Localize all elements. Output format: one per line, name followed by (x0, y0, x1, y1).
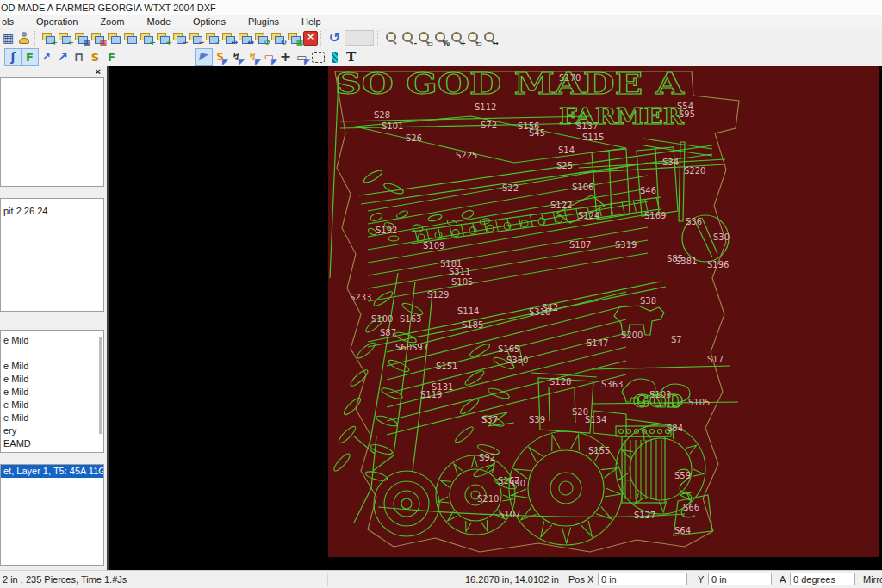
path-edit-icon[interactable]: ʃ (5, 49, 22, 65)
menu-ols[interactable]: ols (0, 16, 22, 27)
part-label: S200 (621, 331, 643, 340)
close-icon[interactable]: × (96, 66, 101, 77)
tool-list-item[interactable]: e Mild (1, 334, 103, 347)
art-title-line1: SO GOD MADE A (335, 66, 685, 101)
part-label: S34 (662, 158, 679, 167)
part-label: S100 (371, 314, 393, 324)
toolbar-separator (34, 31, 39, 46)
rotate-cw-part-icon[interactable]: ↻ (270, 30, 286, 46)
part-label: S17 (707, 355, 724, 364)
tool-list-item[interactable]: EAMD (1, 437, 103, 450)
part-label: S363 (601, 380, 623, 389)
part-label: S156 (518, 121, 539, 131)
part-outline-icon[interactable]: F (103, 49, 120, 65)
menu-operation[interactable]: Operation (34, 16, 86, 27)
zoom-window-icon[interactable]: ▭ (416, 30, 432, 46)
zoom-in-icon[interactable]: + (449, 30, 465, 46)
part-label: S151 (436, 362, 457, 371)
tool-list-item[interactable]: e Mild (1, 412, 103, 424)
zoom-sheet-icon[interactable]: ▭ (465, 30, 481, 46)
tool-list-item[interactable] (1, 347, 103, 360)
select-icon[interactable]: ◤ (196, 49, 212, 65)
part-label: S129 (427, 290, 449, 300)
move-arrow-icon[interactable]: ↗ (38, 49, 54, 65)
lasso-select-icon[interactable] (310, 49, 326, 65)
part-table-icon[interactable]: ▦ (286, 30, 302, 46)
menu-zoom[interactable]: Zoom (98, 16, 133, 27)
tool-list-item[interactable]: e Mild (1, 399, 103, 412)
tool-list-item[interactable]: e Mild (1, 360, 103, 373)
part-label: S163 (400, 314, 421, 324)
menu-plugins[interactable]: Plugins (246, 16, 288, 27)
user-icon[interactable] (16, 30, 33, 46)
copy-part-icon[interactable]: ▦ (73, 30, 90, 46)
drawing-canvas[interactable]: S170S112S72S101S28S26S225S45S156S137S115… (109, 66, 882, 570)
zoom-icon[interactable] (383, 30, 400, 46)
tool-list-item[interactable]: e Mild (1, 386, 103, 399)
a-field[interactable]: 0 degrees (790, 573, 855, 585)
part-label: S66 (683, 503, 699, 512)
duplicate-part-icon[interactable] (106, 30, 122, 46)
rotate-ccw-part-icon[interactable]: ↺ (253, 30, 270, 46)
part-label: S25 (556, 161, 573, 170)
left-panel: × pit 2.26.24 e Milde Milde Milde Milde … (0, 66, 109, 570)
select-region-icon[interactable]: ▭◤ (261, 49, 277, 65)
part-label: S225 (456, 151, 477, 160)
pan-move-icon[interactable]: + (277, 49, 294, 65)
delete-part-icon[interactable]: × (302, 30, 319, 46)
tool-list-item[interactable]: e Mild (1, 373, 103, 386)
sequence-icon[interactable]: S (87, 49, 103, 65)
y-field[interactable]: 0 in (708, 573, 772, 585)
nest-up-icon[interactable]: ↔ (220, 30, 237, 46)
menu-help[interactable]: Help (300, 16, 330, 27)
select-speed-icon[interactable]: ↯◤ (228, 49, 245, 65)
zoom-out-icon[interactable]: - (400, 30, 416, 46)
part-label: S311 (449, 267, 470, 276)
paste-part-icon[interactable]: ▦ (90, 30, 106, 46)
part-properties-icon[interactable]: F (22, 49, 38, 65)
spreadsheet-icon[interactable]: ▦ (0, 30, 16, 46)
menu-options[interactable]: Options (191, 16, 234, 27)
text-tool-icon[interactable]: T (343, 49, 359, 65)
machine-icon[interactable]: ⊓ (71, 49, 87, 65)
zoom-extents-icon[interactable]: ↔ (481, 30, 498, 46)
part-label: S187 (569, 240, 591, 250)
select-sequence-icon[interactable]: S◤ (212, 49, 228, 65)
add-part-icon[interactable]: + (40, 30, 57, 46)
remove-part-icon[interactable]: − (171, 30, 188, 46)
a-label: A (780, 574, 786, 585)
status-separator (327, 573, 328, 586)
toolbar-main: ▦++▦▦++−−✓↔↔↺↻▦×↺-▭%+▭↔ (0, 28, 882, 47)
menu-mode[interactable]: Mode (146, 16, 180, 27)
marquee-select-icon[interactable]: ▭◤ (294, 49, 310, 65)
verify-part-icon[interactable]: ✓ (204, 30, 220, 46)
part-group-icon[interactable] (122, 30, 139, 46)
redo-blank-button[interactable] (345, 30, 374, 46)
part-label: S350 (506, 356, 528, 365)
line-arrow-icon[interactable]: ↗ (54, 49, 71, 65)
tool-list: e Milde Milde Milde Milde Milde MilderyE… (0, 330, 104, 453)
title-bar: OD MADE A FARMER GEORGIA WTXT 2004 DXF (0, 0, 882, 15)
part-label: S64 (674, 526, 691, 535)
part-label: S114 (457, 306, 479, 316)
posx-field[interactable]: 0 in (598, 573, 687, 585)
undo-icon[interactable]: ↺ (326, 30, 343, 46)
import-part-icon[interactable]: + (57, 30, 73, 46)
select-pierce-icon[interactable]: ↯◤ (245, 49, 261, 65)
replace-part-icon[interactable]: − (188, 30, 204, 46)
part-label: S192 (376, 226, 397, 235)
part-label: S97 (412, 343, 428, 352)
part-label: S131 (432, 382, 453, 392)
tool-list-item[interactable]: ery (1, 424, 103, 437)
part-label: S72 (481, 121, 497, 130)
cursor-coordinates: 16.2878 in, 14.0102 in (465, 574, 559, 585)
measure-icon[interactable] (326, 49, 343, 65)
nest-down-icon[interactable]: ↔ (237, 30, 253, 46)
selected-layer-item[interactable]: et, Layer 1, T5: 45A 11G Fine ... (1, 465, 103, 478)
list-scrollbar[interactable] (99, 337, 102, 434)
zoom-percent-icon[interactable]: % (432, 30, 449, 46)
preview-box (0, 77, 104, 187)
part-label: S165 (498, 344, 519, 354)
append-part-icon[interactable]: + (155, 30, 171, 46)
insert-part-icon[interactable]: + (139, 30, 155, 46)
